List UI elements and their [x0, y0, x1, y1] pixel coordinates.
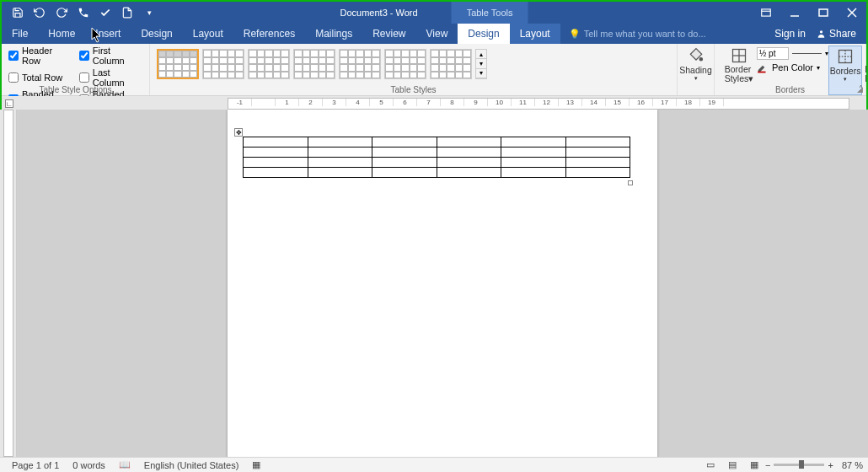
print-layout-icon[interactable]: ▤: [721, 459, 743, 470]
tab-view[interactable]: View: [416, 24, 458, 44]
table-style-swatch[interactable]: [430, 49, 472, 79]
tab-design[interactable]: Design: [131, 24, 182, 44]
spelling-icon[interactable]: 📖: [112, 459, 137, 470]
svg-rect-3: [819, 9, 828, 16]
tell-me-placeholder: Tell me what you want to do...: [584, 29, 706, 39]
read-mode-icon[interactable]: ▭: [699, 459, 721, 470]
table-style-swatch[interactable]: [157, 49, 199, 79]
minimize-icon[interactable]: [780, 2, 809, 24]
zoom-level[interactable]: 87 %: [842, 460, 863, 470]
tab-selector-icon[interactable]: ∟: [5, 99, 13, 108]
sign-in-link[interactable]: Sign in: [768, 28, 812, 40]
tab-layout[interactable]: Layout: [183, 24, 233, 44]
ribbon: Header Row First Column Total Row Last C…: [2, 44, 866, 96]
status-words[interactable]: 0 words: [66, 460, 112, 470]
quick-access-toolbar: ▾: [2, 2, 160, 24]
tell-me-search[interactable]: 💡Tell me what you want to do...: [569, 29, 706, 40]
tab-mailings[interactable]: Mailings: [305, 24, 362, 44]
status-bar: Page 1 of 1 0 words 📖 English (United St…: [0, 457, 868, 472]
ribbon-display-icon[interactable]: [752, 2, 780, 24]
table-resize-handle-icon[interactable]: [628, 180, 633, 185]
web-layout-icon[interactable]: ▦: [743, 459, 765, 470]
tab-table-layout[interactable]: Layout: [510, 24, 560, 44]
document-title: Document3 - Word: [340, 8, 418, 18]
document-table[interactable]: [243, 137, 630, 178]
table-style-swatch[interactable]: [384, 49, 426, 79]
first-column-checkbox[interactable]: First Column: [79, 46, 142, 66]
page-scroll-area[interactable]: ✥: [17, 110, 868, 457]
doc-icon[interactable]: [116, 2, 138, 24]
tab-insert[interactable]: Insert: [85, 24, 131, 44]
status-language[interactable]: English (United States): [137, 460, 246, 470]
lightbulb-icon: 💡: [569, 29, 581, 40]
table-move-handle-icon[interactable]: ✥: [234, 128, 243, 137]
table-style-swatch[interactable]: [202, 49, 244, 79]
group-label-borders: Borders: [715, 85, 865, 94]
share-label: Share: [829, 28, 856, 40]
macro-icon[interactable]: ▦: [245, 459, 267, 470]
tab-file[interactable]: File: [2, 24, 38, 44]
share-button[interactable]: Share: [816, 28, 856, 40]
status-page[interactable]: Page 1 of 1: [5, 460, 66, 470]
table-styles-gallery: ▴▾▾: [157, 46, 670, 79]
vertical-ruler[interactable]: [0, 110, 17, 457]
zoom-out-button[interactable]: −: [765, 460, 770, 470]
group-label-style-options: Table Style Options: [2, 85, 149, 94]
svg-rect-0: [762, 9, 771, 16]
table-style-swatch[interactable]: [293, 49, 335, 79]
tab-table-design[interactable]: Design: [458, 24, 509, 44]
check-icon[interactable]: [94, 2, 116, 24]
close-icon[interactable]: [838, 2, 866, 24]
gallery-more-button[interactable]: ▴▾▾: [475, 49, 487, 79]
zoom-in-button[interactable]: +: [828, 460, 833, 470]
ribbon-tabs: File Home Insert Design Layout Reference…: [2, 24, 866, 44]
document-page[interactable]: ✥: [228, 110, 657, 457]
pen-weight-selector[interactable]: ½ pt▾: [757, 47, 828, 60]
tab-review[interactable]: Review: [362, 24, 415, 44]
zoom-slider[interactable]: [774, 464, 824, 466]
save-icon[interactable]: [7, 2, 29, 24]
group-label-table-styles: Table Styles: [150, 85, 677, 94]
svg-point-7: [699, 58, 702, 61]
title-bar: ▾ Document3 - Word Table Tools: [2, 2, 866, 24]
context-tab-group: Table Tools: [452, 2, 528, 24]
maximize-icon[interactable]: [809, 2, 838, 24]
tab-references[interactable]: References: [233, 24, 305, 44]
svg-point-6: [820, 30, 822, 33]
svg-rect-11: [758, 72, 765, 73]
redo-icon[interactable]: [51, 2, 72, 24]
phone-icon[interactable]: [72, 2, 94, 24]
qat-more-icon[interactable]: ▾: [138, 2, 160, 24]
horizontal-ruler[interactable]: -112345678910111213141516171819: [228, 98, 849, 110]
undo-icon[interactable]: [29, 2, 51, 24]
line-preview-icon: [792, 53, 822, 55]
collapse-ribbon-icon[interactable]: ˄: [859, 84, 863, 94]
table-style-swatch[interactable]: [248, 49, 290, 79]
header-row-checkbox[interactable]: Header Row: [8, 46, 67, 66]
workspace: ✥: [0, 110, 868, 457]
table-style-swatch[interactable]: [339, 49, 381, 79]
pen-color-button[interactable]: Pen Color▾: [757, 62, 828, 73]
shading-button[interactable]: Shading▾: [684, 46, 707, 82]
tab-home[interactable]: Home: [38, 24, 85, 44]
